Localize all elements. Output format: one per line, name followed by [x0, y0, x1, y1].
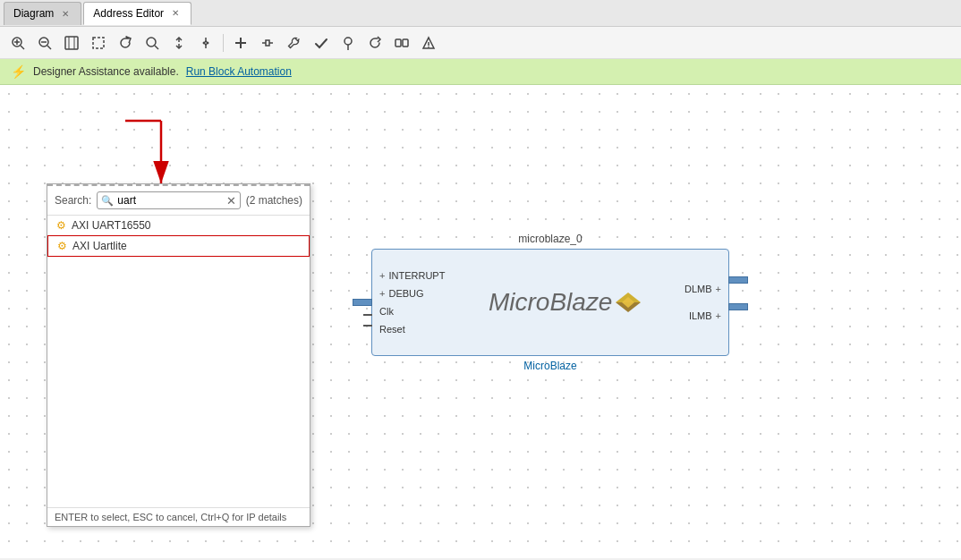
wrench-button[interactable]	[282, 30, 307, 55]
svg-rect-25	[395, 39, 401, 47]
add-button[interactable]	[228, 30, 253, 55]
search-input-wrap[interactable]: 🔍 ✕	[97, 191, 240, 209]
tab-address-editor[interactable]: Address Editor ✕	[83, 2, 191, 25]
tab-address-editor-label: Address Editor	[93, 7, 164, 20]
search-header: Search: 🔍 ✕ (2 matches)	[47, 186, 310, 216]
port-dlmb-label: DLMB	[685, 284, 712, 294]
microblaze-ports-right: DLMB + ILMB +	[677, 275, 728, 330]
search-matches-count: (2 matches)	[246, 194, 302, 207]
search-button[interactable]	[140, 30, 165, 55]
drc-button[interactable]	[416, 30, 441, 55]
port-reset: Reset	[379, 324, 445, 335]
microblaze-clk-reset-connectors	[363, 314, 372, 327]
expand-button[interactable]	[193, 30, 218, 55]
reset-connector	[363, 325, 372, 327]
tab-bar: Diagram ✕ Address Editor ✕	[0, 0, 961, 27]
validate-button[interactable]	[309, 30, 334, 55]
microblaze-label-bottom: MicroBlaze	[523, 360, 576, 372]
reload-button[interactable]	[362, 30, 387, 55]
port-interrupt-label: INTERRUPT	[388, 270, 445, 281]
search-item-label-1: AXI UART16550	[72, 219, 151, 232]
svg-rect-21	[266, 40, 269, 46]
right-bus-ilmb	[728, 303, 748, 310]
designer-assistance-banner: ⚡ Designer Assistance available. Run Blo…	[0, 59, 961, 85]
microblaze-container: microblaze_0 + INTERRUPT + DEBUG Clk	[371, 233, 729, 372]
port-clk-label: Clk	[379, 306, 394, 317]
run-block-automation-link[interactable]: Run Block Automation	[186, 65, 292, 78]
zoom-out-button[interactable]	[32, 30, 57, 55]
search-results-empty-space	[47, 257, 310, 507]
port-ilmb-plus: +	[716, 310, 721, 321]
fit-button[interactable]	[59, 30, 84, 55]
compress-button[interactable]	[166, 30, 191, 55]
svg-rect-26	[403, 39, 408, 47]
svg-point-29	[428, 46, 429, 47]
port-debug: + DEBUG	[379, 288, 445, 299]
svg-line-5	[47, 46, 51, 49]
svg-line-1	[21, 46, 24, 49]
banner-text: Designer Assistance available.	[33, 65, 179, 78]
search-item-label-2: AXI Uartlite	[72, 240, 127, 252]
port-debug-label: DEBUG	[388, 288, 423, 299]
search-popup: Search: 🔍 ✕ (2 matches) ⚙ AXI UART16550 …	[47, 183, 310, 527]
search-clear-button[interactable]: ✕	[226, 195, 236, 207]
pin-button[interactable]	[336, 30, 361, 55]
port-debug-plus: +	[379, 288, 385, 299]
port-dlmb: DLMB +	[685, 284, 721, 294]
select-button[interactable]	[86, 30, 111, 55]
port-clk: Clk	[379, 306, 445, 317]
microblaze-logo-area: MicroBlaze	[452, 288, 677, 317]
connect-button[interactable]	[255, 30, 280, 55]
port-interrupt-plus: +	[379, 270, 385, 281]
microblaze-label-top: microblaze_0	[518, 233, 582, 245]
microblaze-logo-icon	[616, 293, 641, 312]
diagram-area: Search: 🔍 ✕ (2 matches) ⚙ AXI UART16550 …	[0, 85, 961, 558]
svg-rect-7	[65, 37, 78, 49]
search-result-axi-uartlite[interactable]: ⚙ AXI Uartlite	[47, 235, 310, 257]
microblaze-ports-left: + INTERRUPT + DEBUG Clk Reset	[372, 261, 452, 344]
port-reset-label: Reset	[379, 324, 405, 335]
microblaze-left-bus	[353, 299, 372, 306]
toolbar-separator-1	[223, 34, 224, 52]
search-results: ⚙ AXI UART16550 ⚙ AXI Uartlite	[47, 216, 310, 257]
search-label: Search:	[55, 194, 91, 207]
right-bus-dlmb	[728, 276, 748, 284]
search-result-axi-uart16550[interactable]: ⚙ AXI UART16550	[47, 216, 310, 235]
tab-diagram-close[interactable]: ✕	[59, 7, 72, 20]
port-interrupt: + INTERRUPT	[379, 270, 445, 281]
search-item-icon-2: ⚙	[57, 240, 67, 252]
clk-connector	[363, 314, 372, 316]
tab-diagram-label: Diagram	[13, 7, 54, 20]
port-ilmb: ILMB +	[685, 310, 721, 321]
svg-rect-10	[93, 38, 104, 48]
search-input[interactable]	[117, 194, 222, 207]
svg-point-23	[344, 38, 352, 45]
search-footer: ENTER to select, ESC to cancel, Ctrl+Q f…	[47, 507, 310, 526]
search-inner-icon: 🔍	[101, 195, 114, 207]
zoom-in-button[interactable]	[5, 30, 30, 55]
microblaze-logo-text: MicroBlaze	[489, 288, 612, 317]
microblaze-block[interactable]: + INTERRUPT + DEBUG Clk Reset MicroBlaze	[371, 249, 729, 356]
toolbar	[0, 27, 961, 59]
tab-address-editor-close[interactable]: ✕	[169, 7, 182, 20]
microblaze-right-buses	[728, 276, 748, 310]
search-item-icon-1: ⚙	[56, 219, 66, 232]
refresh-button[interactable]	[113, 30, 138, 55]
svg-line-12	[155, 46, 158, 49]
svg-point-11	[147, 38, 156, 47]
banner-icon: ⚡	[11, 64, 26, 79]
port-ilmb-label: ILMB	[689, 310, 712, 321]
port-dlmb-plus: +	[716, 284, 721, 294]
split-button[interactable]	[389, 30, 414, 55]
tab-diagram[interactable]: Diagram ✕	[4, 2, 81, 25]
